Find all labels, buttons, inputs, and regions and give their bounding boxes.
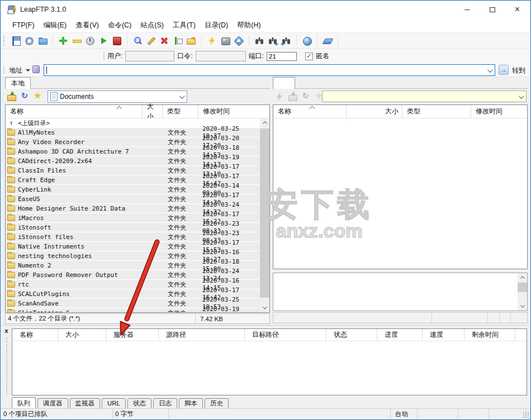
queue-col-target-path[interactable]: 目标路径 [245,329,326,341]
maximize-button[interactable] [480,1,505,18]
tab-local[interactable]: 本地 [5,77,31,89]
menu-item[interactable]: 目录(D) [200,18,233,32]
queue-col-name[interactable]: 名称 [12,329,58,341]
column-header-size[interactable]: 大小 [347,105,402,118]
find-next-icon[interactable] [267,35,278,46]
goto-icon[interactable]: → [499,65,509,75]
address-label[interactable]: 地址 [9,66,22,75]
settings-icon[interactable] [23,35,35,46]
tag-icon[interactable] [322,35,333,46]
menu-item[interactable]: 编辑(E) [39,18,72,32]
queue-tab[interactable]: 调度器 [37,398,68,409]
column-header-modified[interactable]: 修改时间 [471,105,527,118]
folder-icon [7,130,15,136]
column-header-modified[interactable]: 修改时间 [198,105,269,118]
menu-item[interactable]: 工具(T) [168,18,200,32]
console-icon[interactable] [220,35,231,46]
rename-icon[interactable] [172,35,183,46]
queue-tab[interactable]: 脚本 [179,398,203,409]
play-icon[interactable] [98,35,109,46]
menu-item[interactable]: 帮助(H) [233,18,265,32]
file-row[interactable]: ClipTraining 6文件夹2020-03-19 09:05 [6,308,260,312]
scroll-up-icon[interactable] [518,273,527,282]
queue-col-progress[interactable]: 进度 [377,329,423,341]
folder-up-icon[interactable] [287,91,298,102]
remote-path-combobox[interactable] [322,90,527,102]
menu-item[interactable]: FTP(F) [8,19,39,31]
address-chevron-down-icon[interactable] [487,67,493,73]
address-dropdown-caret-icon[interactable] [26,69,30,71]
menu-item[interactable]: 查看(V) [71,18,103,32]
remote-path-chevron-down-icon[interactable] [519,93,524,99]
queue-tab[interactable]: 日志 [153,398,177,409]
title-bar[interactable]: LeapFTP 3.1.0 × [1,1,530,18]
schedule-icon[interactable] [84,35,96,46]
user-input[interactable] [125,51,174,61]
stop-icon[interactable] [111,35,122,46]
menu-item[interactable]: 站点(S) [136,18,168,32]
goto-button[interactable]: 转到 [512,66,525,75]
edit-icon[interactable] [145,35,157,46]
scrollbar-thumb[interactable] [260,128,269,298]
menu-item[interactable]: 命令(C) [103,18,136,32]
status-mode: 自动 [391,409,418,419]
address-input[interactable] [44,64,495,76]
queue-col-remaining[interactable]: 剩余时间 [464,329,515,341]
favorites-icon[interactable] [33,91,44,102]
open-folder-icon[interactable] [186,35,197,46]
favorites-icon[interactable] [314,91,325,102]
folder-blue-icon[interactable] [37,35,48,46]
anonymous-checkbox[interactable] [305,52,313,60]
queue-col-size[interactable]: 大小 [58,329,106,341]
scrollbar-thumb[interactable] [518,283,527,292]
find-icon[interactable] [254,35,265,46]
local-path-chevron-down-icon[interactable] [179,93,185,99]
column-header-type[interactable]: 类型 [402,105,471,118]
local-path-combobox[interactable]: Documents [48,90,187,103]
disconnect-icon[interactable] [274,91,285,102]
find-prev-icon[interactable] [281,35,292,46]
lightning-icon[interactable] [206,35,217,46]
column-header-type[interactable]: 类型 [163,105,198,118]
queue-close-button[interactable]: x [3,328,10,335]
delete-icon[interactable] [159,35,170,46]
refresh-icon[interactable] [20,91,31,102]
toolbar-grip[interactable] [3,35,5,46]
column-header-name[interactable]: 名称 [273,105,347,118]
resize-grip[interactable] [523,412,529,418]
remove-icon[interactable] [71,35,82,46]
local-scrollbar[interactable] [260,118,269,312]
add-icon[interactable] [58,35,69,46]
queue-col-status[interactable]: 状态 [326,329,377,341]
globe-icon[interactable] [301,35,312,46]
queue-col-source-path[interactable]: 源路径 [159,329,245,341]
app-window: LeapFTP 3.1.0 × FTP(F)编辑(E)查看(V)命令(C)站点(… [0,0,531,420]
password-input[interactable] [196,51,246,61]
minimize-button[interactable] [454,1,480,18]
close-button[interactable]: × [505,1,530,18]
cell-name: Any Video Recorder [18,139,143,146]
site-manager-icon[interactable] [10,35,21,46]
queue-tab[interactable]: URL [102,398,126,409]
queue-tab[interactable]: 监视器 [70,398,101,409]
search-icon[interactable] [132,35,143,46]
column-header-name[interactable]: 名称 [6,105,143,118]
queue-tab[interactable]: 历史 [205,398,229,409]
queue-tab[interactable]: 队列 [12,397,36,409]
queue-tab[interactable]: 状态 [127,398,151,409]
port-input[interactable] [267,52,297,61]
folder-up-icon[interactable] [6,91,17,102]
address-grip[interactable] [3,65,5,74]
scroll-down-icon[interactable] [260,303,269,312]
queue-col-server[interactable]: 服务器 [106,329,159,341]
scroll-up-icon[interactable] [260,118,269,127]
upload-icon[interactable] [233,35,244,46]
tab-remote[interactable] [273,77,295,89]
log-scrollbar[interactable] [518,273,527,311]
queue-grip[interactable] [6,337,8,395]
column-header-size[interactable]: 大小 [143,105,163,118]
login-grip[interactable] [103,51,105,61]
queue-col-speed[interactable]: 速度 [423,329,464,341]
refresh-icon[interactable] [301,91,312,102]
scroll-down-icon[interactable] [518,302,527,311]
